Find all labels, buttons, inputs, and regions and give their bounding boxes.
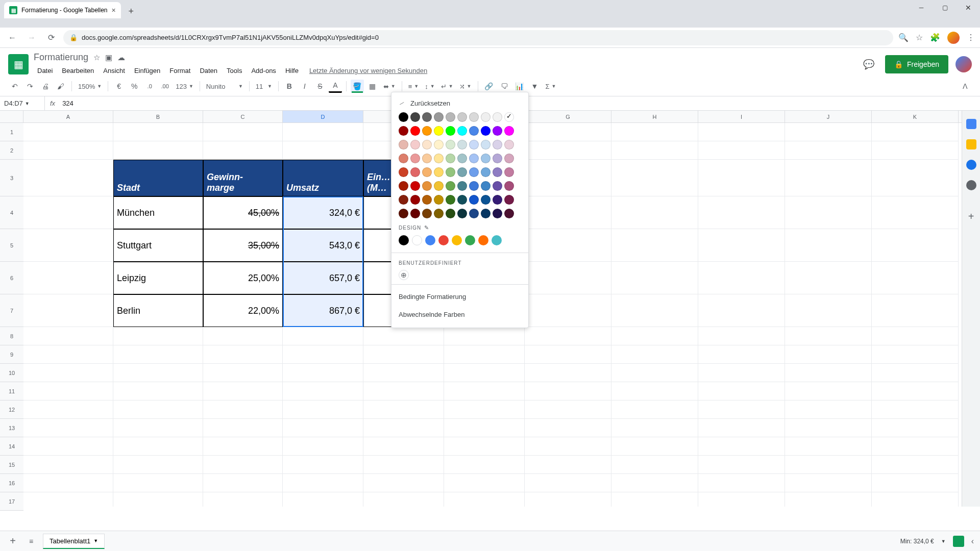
link-icon[interactable]: 🔗 <box>482 80 496 93</box>
cell-F11[interactable] <box>444 382 525 400</box>
redo-icon[interactable]: ↷ <box>23 80 37 93</box>
color-swatch[interactable] <box>446 209 455 218</box>
row-header-6[interactable]: 6 <box>0 262 23 294</box>
cell-I2[interactable] <box>698 141 785 160</box>
cell-G12[interactable] <box>525 400 611 419</box>
cell-J7[interactable] <box>785 294 872 327</box>
color-swatch[interactable] <box>422 126 432 136</box>
cell-C6[interactable]: 25,00% <box>203 262 283 294</box>
col-header-K[interactable]: K <box>872 111 959 122</box>
cell-K9[interactable] <box>872 345 959 364</box>
row-header-12[interactable]: 12 <box>0 400 23 419</box>
last-edit-link[interactable]: Letzte Änderung vor wenigen Sekunden <box>309 67 427 74</box>
color-swatch[interactable] <box>410 181 420 191</box>
color-swatch[interactable] <box>410 209 420 218</box>
color-swatch[interactable] <box>504 126 514 136</box>
bookmark-icon[interactable]: ☆ <box>916 33 923 42</box>
cell-C5[interactable]: 35,00% <box>203 229 283 262</box>
cell-K16[interactable] <box>872 474 959 492</box>
color-swatch[interactable] <box>446 140 455 149</box>
cell-C10[interactable] <box>203 364 283 382</box>
cell-D9[interactable] <box>283 345 363 364</box>
cell-A2[interactable] <box>23 141 113 160</box>
cell-G17[interactable] <box>525 492 611 507</box>
cell-G7[interactable] <box>525 294 611 327</box>
cell-I13[interactable] <box>698 419 785 437</box>
alternating-colors-link[interactable]: Abwechselnde Farben <box>391 306 528 323</box>
maximize-icon[interactable]: ▢ <box>933 0 957 15</box>
cell-J1[interactable] <box>785 123 872 141</box>
move-icon[interactable]: ▣ <box>105 53 112 62</box>
url-input[interactable]: 🔒 docs.google.com/spreadsheets/d/1L0CRXr… <box>63 30 893 45</box>
doc-title[interactable]: Formatierung <box>34 52 88 63</box>
cell-K17[interactable] <box>872 492 959 507</box>
cell-F10[interactable] <box>444 364 525 382</box>
color-swatch[interactable] <box>504 154 514 163</box>
zoom-select[interactable]: 150%▼ <box>76 83 104 90</box>
color-swatch[interactable] <box>446 167 455 177</box>
all-sheets-icon[interactable]: ≡ <box>24 535 38 548</box>
italic-icon[interactable]: I <box>298 80 311 93</box>
row-header-2[interactable]: 2 <box>0 141 23 160</box>
cell-A15[interactable] <box>23 456 113 474</box>
color-swatch[interactable] <box>493 181 502 191</box>
color-swatch[interactable] <box>469 154 479 163</box>
cell-I8[interactable] <box>698 327 785 345</box>
cell-H3[interactable] <box>611 160 698 196</box>
cell-J6[interactable] <box>785 262 872 294</box>
cell-C15[interactable] <box>203 456 283 474</box>
cell-C16[interactable] <box>203 474 283 492</box>
cell-D7[interactable]: 867,0 € <box>283 294 363 327</box>
cell-I16[interactable] <box>698 474 785 492</box>
cell-G5[interactable] <box>525 229 611 262</box>
color-swatch[interactable] <box>457 126 467 136</box>
cell-H9[interactable] <box>611 345 698 364</box>
design-swatch[interactable] <box>452 235 462 245</box>
cell-K10[interactable] <box>872 364 959 382</box>
color-swatch[interactable] <box>446 126 455 136</box>
cell-B1[interactable] <box>113 123 203 141</box>
row-header-17[interactable]: 17 <box>0 492 23 511</box>
color-swatch[interactable] <box>446 112 455 122</box>
color-swatch[interactable] <box>422 181 432 191</box>
color-swatch[interactable] <box>399 195 408 205</box>
row-header-11[interactable]: 11 <box>0 382 23 400</box>
cell-C12[interactable] <box>203 400 283 419</box>
cell-D10[interactable] <box>283 364 363 382</box>
cell-G16[interactable] <box>525 474 611 492</box>
cell-B5[interactable]: Stuttgart <box>113 229 203 262</box>
col-header-B[interactable]: B <box>113 111 203 122</box>
select-all-corner[interactable] <box>0 111 23 123</box>
cell-K4[interactable] <box>872 196 959 229</box>
color-swatch[interactable] <box>410 126 420 136</box>
cell-B8[interactable] <box>113 327 203 345</box>
cell-E15[interactable] <box>363 456 444 474</box>
cell-K2[interactable] <box>872 141 959 160</box>
cell-A17[interactable] <box>23 492 113 507</box>
cell-G8[interactable] <box>525 327 611 345</box>
cell-A11[interactable] <box>23 382 113 400</box>
print-icon[interactable]: 🖨 <box>39 80 52 93</box>
filter-icon[interactable]: ▼ <box>528 80 542 93</box>
cell-H1[interactable] <box>611 123 698 141</box>
cell-C11[interactable] <box>203 382 283 400</box>
cell-D8[interactable] <box>283 327 363 345</box>
cell-C17[interactable] <box>203 492 283 507</box>
color-swatch[interactable] <box>410 140 420 149</box>
color-swatch[interactable] <box>493 167 502 177</box>
cell-H4[interactable] <box>611 196 698 229</box>
cell-K1[interactable] <box>872 123 959 141</box>
comment-icon[interactable]: 🗨 <box>498 80 511 93</box>
row-header-1[interactable]: 1 <box>0 123 23 141</box>
cell-K5[interactable] <box>872 229 959 262</box>
cell-E12[interactable] <box>363 400 444 419</box>
cell-H12[interactable] <box>611 400 698 419</box>
cell-E9[interactable] <box>363 345 444 364</box>
row-header-4[interactable]: 4 <box>0 196 23 229</box>
color-swatch[interactable] <box>504 195 514 205</box>
cell-E14[interactable] <box>363 437 444 456</box>
col-header-J[interactable]: J <box>785 111 872 122</box>
cell-D4[interactable]: 324,0 € <box>283 196 363 229</box>
cell-H7[interactable] <box>611 294 698 327</box>
cell-J15[interactable] <box>785 456 872 474</box>
